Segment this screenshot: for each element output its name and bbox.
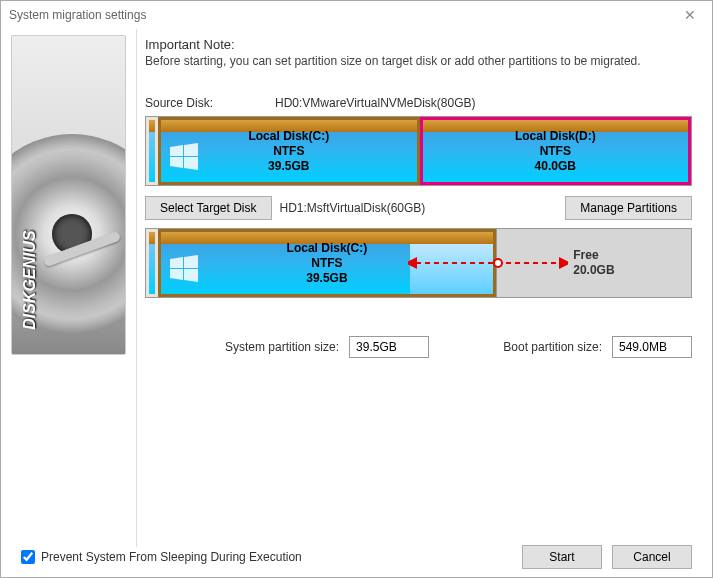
svg-marker-2 [170,157,183,168]
brand-text: DISKGENIUS [21,230,39,330]
boot-partition-size-input[interactable] [612,336,692,358]
titlebar: System migration settings ✕ [1,1,712,29]
select-target-disk-button[interactable]: Select Target Disk [145,196,272,220]
target-disk-bar: Local Disk(C:) NTFS 39.5GB Free 20.0GB [145,228,692,298]
partition-fs: NTFS [515,144,596,159]
source-reserved-sliver[interactable] [146,117,158,185]
harddrive-illustration: DISKGENIUS [11,35,126,355]
svg-marker-0 [170,145,183,156]
note-body: Before starting, you can set partition s… [145,54,692,68]
svg-marker-1 [184,143,198,156]
boot-partition-size-label: Boot partition size: [503,340,602,354]
svg-marker-3 [184,157,198,170]
target-disk-value: HD1:MsftVirtualDisk(60GB) [280,201,558,215]
note-heading: Important Note: [145,37,692,52]
partition-name: Local Disk(D:) [515,129,596,144]
start-button[interactable]: Start [522,545,602,569]
free-size: 20.0GB [573,263,614,278]
sidebar-illustration: DISKGENIUS [1,29,136,547]
source-disk-value: HD0:VMwareVirtualNVMeDisk(80GB) [275,96,476,110]
svg-marker-6 [170,269,183,280]
resize-arrow-icon[interactable] [408,255,568,271]
windows-logo-icon [165,134,203,180]
window-title: System migration settings [9,8,146,22]
system-partition-size-label: System partition size: [225,340,339,354]
svg-marker-4 [170,257,183,268]
target-reserved-sliver[interactable] [146,229,158,297]
manage-partitions-button[interactable]: Manage Partitions [565,196,692,220]
partition-name: Local Disk(C:) [248,129,329,144]
source-partition-c[interactable]: Local Disk(C:) NTFS 39.5GB [158,117,420,185]
partition-fs: NTFS [248,144,329,159]
partition-fs: NTFS [287,256,368,271]
cancel-button[interactable]: Cancel [612,545,692,569]
partition-size: 40.0GB [515,159,596,174]
partition-name: Local Disk(C:) [287,241,368,256]
prevent-sleep-checkbox[interactable]: Prevent System From Sleeping During Exec… [21,550,302,564]
prevent-sleep-label: Prevent System From Sleeping During Exec… [41,550,302,564]
svg-point-9 [494,259,502,267]
close-icon[interactable]: ✕ [676,7,704,23]
windows-logo-icon [165,246,203,292]
source-disk-label: Source Disk: [145,96,275,110]
svg-marker-7 [184,269,198,282]
partition-size: 39.5GB [248,159,329,174]
source-partition-d[interactable]: Local Disk(D:) NTFS 40.0GB [420,117,691,185]
prevent-sleep-input[interactable] [21,550,35,564]
system-migration-dialog: System migration settings ✕ DISKGENIUS I… [0,0,713,578]
partition-size: 39.5GB [287,271,368,286]
free-label: Free [573,248,614,263]
svg-marker-5 [184,255,198,268]
source-disk-bar: Local Disk(C:) NTFS 39.5GB Local Disk(D:… [145,116,692,186]
system-partition-size-input[interactable] [349,336,429,358]
